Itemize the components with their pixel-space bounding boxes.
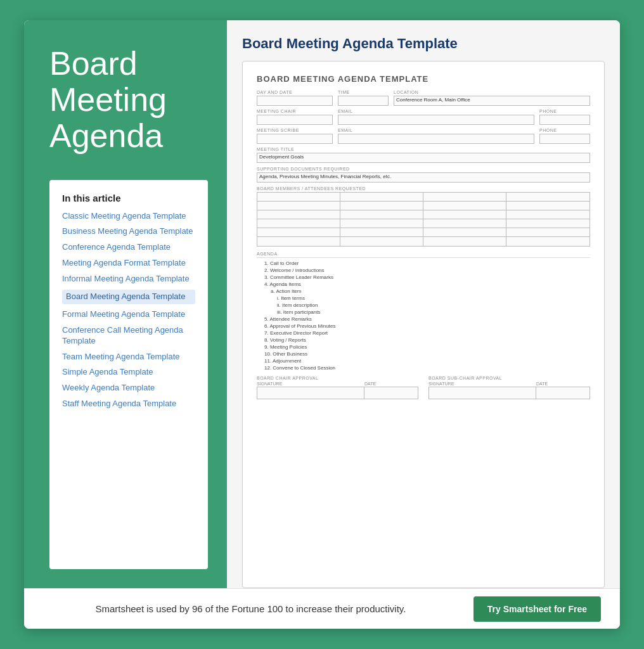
attendee-cell[interactable]: [340, 210, 423, 219]
attendee-cell[interactable]: [257, 228, 340, 237]
toc-heading: In this article: [62, 193, 195, 203]
chair-input[interactable]: [257, 115, 333, 125]
agenda-item-7: iii. Item participants: [257, 309, 590, 315]
toc-link-confcall[interactable]: Conference Call Meeting Agenda Template: [62, 325, 195, 347]
subchair-date-input[interactable]: [536, 387, 590, 399]
agenda-item-14: 11. Adjournment: [257, 358, 590, 364]
toc-link-classic[interactable]: Classic Meeting Agenda Template: [62, 211, 195, 222]
location-label: LOCATION: [394, 90, 590, 94]
toc-link-conference[interactable]: Conference Agenda Template: [62, 242, 195, 253]
attendee-cell[interactable]: [257, 193, 340, 202]
attendee-cell[interactable]: [423, 237, 506, 246]
chair-group: MEETING CHAIR: [257, 109, 333, 125]
scribe-email-group: EMAIL: [338, 128, 534, 144]
scribe-email-label: EMAIL: [338, 128, 534, 132]
attendee-cell[interactable]: [506, 210, 589, 219]
cta-button[interactable]: Try Smartsheet for Free: [473, 596, 601, 622]
agenda-item-2: 3. Committee Leader Remarks: [257, 274, 590, 280]
chair-label: MEETING CHAIR: [257, 109, 333, 113]
attendee-cell[interactable]: [506, 202, 589, 210]
title-input[interactable]: Development Goals: [257, 153, 590, 163]
toc-link-formal[interactable]: Formal Meeting Agenda Template: [62, 309, 195, 320]
attendee-cell[interactable]: [423, 219, 506, 228]
attendee-cell[interactable]: [257, 237, 340, 246]
attendee-cell[interactable]: [257, 210, 340, 219]
toc-link-weekly[interactable]: Weekly Agenda Template: [62, 383, 195, 394]
bottom-bar: Smartsheet is used by 96 of the Fortune …: [24, 588, 620, 629]
agenda-item-13: 10. Other Business: [257, 351, 590, 357]
chair-phone-input[interactable]: [539, 115, 590, 125]
attendee-cell[interactable]: [506, 219, 589, 228]
attendee-cell[interactable]: [423, 210, 506, 219]
attendee-cell[interactable]: [423, 193, 506, 202]
attendee-cell[interactable]: [340, 202, 423, 210]
docs-label: SUPPORTING DOCUMENTS REQUIRED: [257, 167, 590, 171]
title-label: MEETING TITLE: [257, 147, 590, 151]
attendee-cell[interactable]: [506, 193, 589, 202]
docs-input[interactable]: Agenda, Previous Meeting Minutes, Financ…: [257, 172, 590, 183]
scribe-phone-group: PHONE: [539, 128, 590, 144]
attendee-cell[interactable]: [340, 219, 423, 228]
attendee-cell[interactable]: [423, 228, 506, 237]
time-label: TIME: [338, 90, 389, 94]
attendee-cell[interactable]: [340, 228, 423, 237]
bottom-text-content: Smartsheet is used by 96 of the Fortune …: [95, 603, 406, 614]
agenda-section: AGENDA 1. Call to Order2. Welcome / Intr…: [257, 252, 590, 371]
chair-email-group: EMAIL: [338, 109, 534, 125]
agenda-item-11: 8. Voting / Reports: [257, 337, 590, 343]
toc-item-business: Business Meeting Agenda Template: [62, 226, 195, 237]
toc-item-confcall: Conference Call Meeting Agenda Template: [62, 325, 195, 347]
toc-list: Classic Meeting Agenda TemplateBusiness …: [62, 211, 195, 410]
toc-link-business[interactable]: Business Meeting Agenda Template: [62, 226, 195, 237]
attendee-cell[interactable]: [257, 202, 340, 210]
time-input[interactable]: [338, 96, 389, 106]
scribe-input[interactable]: [257, 134, 333, 144]
attendee-cell[interactable]: [423, 202, 506, 210]
agenda-item-10: 7. Executive Director Report: [257, 330, 590, 336]
toc-link-simple[interactable]: Simple Agenda Template: [62, 367, 195, 378]
date-label2: DATE: [536, 382, 590, 386]
sig-label: SIGNATURE: [257, 382, 364, 386]
subchair-approval-fields: [428, 387, 590, 399]
agenda-item-4: a. Action Item: [257, 288, 590, 294]
template-page-title: Board Meeting Agenda Template: [242, 35, 605, 52]
scribe-phone-input[interactable]: [539, 134, 590, 144]
scribe-label: MEETING SCRIBE: [257, 128, 333, 132]
toc-item-staff: Staff Meeting Agenda Template: [62, 399, 195, 409]
toc-item-board: Board Meeting Agenda Template: [62, 290, 195, 304]
doc-row-docs: SUPPORTING DOCUMENTS REQUIRED Agenda, Pr…: [257, 167, 590, 183]
day-date-input[interactable]: [257, 96, 333, 106]
agenda-item-9: 6. Approval of Previous Minutes: [257, 323, 590, 329]
agenda-item-12: 9. Meeting Policies: [257, 344, 590, 350]
toc-link-board[interactable]: Board Meeting Agenda Template: [62, 290, 195, 304]
board-chair-approval: BOARD CHAIR APPROVAL SIGNATURE DATE: [257, 376, 418, 399]
chair-date-input[interactable]: [364, 387, 418, 399]
agenda-list: 1. Call to Order2. Welcome / Introductio…: [257, 260, 590, 371]
attendee-cell[interactable]: [506, 237, 589, 246]
sig-label2: SIGNATURE: [428, 382, 536, 386]
toc-link-team[interactable]: Team Meeting Agenda Template: [62, 352, 195, 363]
toc-link-staff[interactable]: Staff Meeting Agenda Template: [62, 399, 195, 409]
chair-email-input[interactable]: [338, 115, 534, 125]
doc-row-title: MEETING TITLE Development Goals: [257, 147, 590, 163]
toc-item-format: Meeting Agenda Format Template: [62, 258, 195, 269]
chair-sig-input[interactable]: [257, 387, 364, 399]
attendee-cell[interactable]: [257, 219, 340, 228]
attendee-cell[interactable]: [506, 228, 589, 237]
right-panel: Board Meeting Agenda Template BOARD MEET…: [227, 20, 620, 588]
toc-item-team: Team Meeting Agenda Template: [62, 352, 195, 363]
chair-approval-fields: [257, 387, 418, 399]
document-frame: BOARD MEETING AGENDA TEMPLATE DAY AND DA…: [242, 61, 605, 588]
doc-main-title: BOARD MEETING AGENDA TEMPLATE: [257, 74, 590, 84]
toc-link-informal[interactable]: Informal Meeting Agenda Template: [62, 274, 195, 285]
location-group: LOCATION Conference Room A, Main Office: [394, 90, 590, 106]
toc-link-format[interactable]: Meeting Agenda Format Template: [62, 258, 195, 269]
agenda-item-1: 2. Welcome / Introductions: [257, 267, 590, 273]
attendee-cell[interactable]: [340, 193, 423, 202]
subchair-sig-input[interactable]: [428, 387, 536, 399]
scribe-email-input[interactable]: [338, 134, 534, 144]
chair-phone-label: PHONE: [539, 109, 590, 113]
location-input[interactable]: Conference Room A, Main Office: [394, 96, 590, 106]
toc-item-simple: Simple Agenda Template: [62, 367, 195, 378]
attendee-cell[interactable]: [340, 237, 423, 246]
